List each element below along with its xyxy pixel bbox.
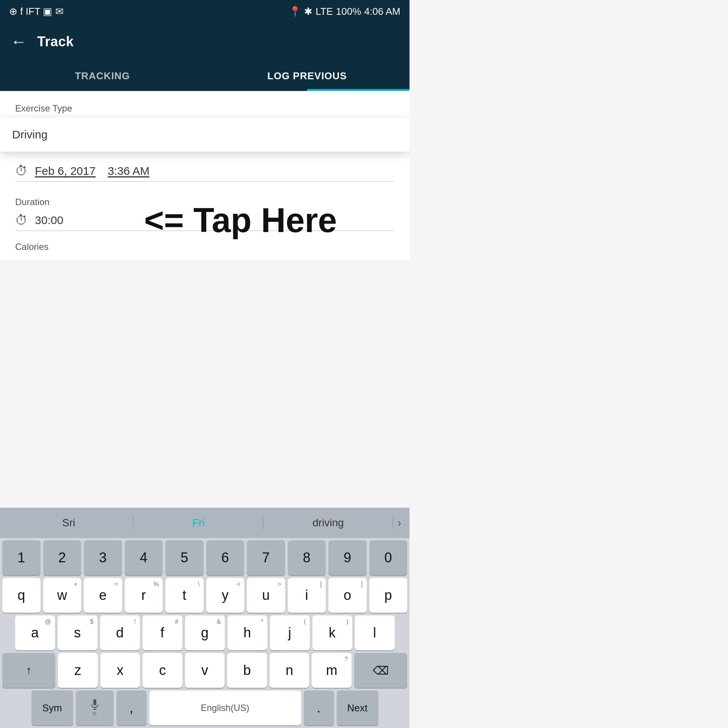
duration-clock-icon: ⏱ (15, 213, 28, 228)
key-q[interactable]: q (2, 578, 41, 613)
key-e[interactable]: e= (84, 578, 122, 613)
battery-icon: 100% (336, 6, 361, 17)
status-bar-right: 📍 ✱ LTE 100% 4:06 AM (289, 6, 400, 17)
date-field[interactable]: Feb 6, 2017 (35, 165, 96, 177)
keyboard-row-asdf: a@ s$ d! f# g& h* j( k) l (2, 615, 407, 650)
key-h[interactable]: h* (228, 615, 267, 650)
key-w[interactable]: w+ (43, 578, 82, 613)
key-2[interactable]: 2 (43, 540, 82, 575)
tab-bar: TRACKING LOG PREVIOUS (0, 61, 410, 91)
key-k[interactable]: k) (312, 615, 352, 650)
key-d[interactable]: d! (100, 615, 140, 650)
key-u[interactable]: u> (247, 578, 285, 613)
location-icon: 📍 (289, 6, 301, 17)
key-mic[interactable]: ⚙ (76, 690, 114, 725)
key-shift[interactable]: ↑ (2, 653, 55, 688)
status-bar: ⊕ f IFT ▣ ✉ 📍 ✱ LTE 100% 4:06 AM (0, 0, 410, 23)
keyboard-suggestion-0[interactable]: Sri (4, 514, 133, 532)
keyboard-suggestions-bar: Sri Fri driving › (0, 508, 410, 538)
key-b[interactable]: b (227, 653, 267, 688)
key-n[interactable]: n (270, 653, 309, 688)
key-6[interactable]: 6 (206, 540, 245, 575)
key-s[interactable]: s$ (58, 615, 97, 650)
keyboard-row-zxcv: ↑ z x c v b n m? ⌫ (2, 653, 407, 688)
key-4[interactable]: 4 (125, 540, 163, 575)
key-o[interactable]: o] (328, 578, 367, 613)
key-r[interactable]: r% (125, 578, 163, 613)
key-1[interactable]: 1 (2, 540, 41, 575)
shift-icon: ↑ (26, 664, 31, 677)
key-3[interactable]: 3 (84, 540, 122, 575)
keyboard-rows: 1 2 3 4 5 6 7 8 9 0 q w+ e= r% t\ y< u> … (0, 538, 410, 725)
calories-label: Calories (15, 242, 394, 252)
key-space[interactable]: English(US) (149, 690, 301, 725)
key-t[interactable]: t\ (165, 578, 204, 613)
duration-label: Duration (15, 197, 394, 207)
key-next[interactable]: Next (337, 690, 378, 725)
svg-rect-0 (93, 699, 96, 705)
back-button[interactable]: ← (11, 33, 27, 51)
key-0[interactable]: 0 (369, 540, 408, 575)
key-7[interactable]: 7 (247, 540, 285, 575)
key-g[interactable]: g& (185, 615, 225, 650)
time-field[interactable]: 3:36 AM (108, 165, 149, 177)
key-c[interactable]: c (143, 653, 182, 688)
app-bar-title: Track (37, 34, 74, 50)
key-8[interactable]: 8 (288, 540, 326, 575)
key-v[interactable]: v (185, 653, 225, 688)
status-bar-left: ⊕ f IFT ▣ ✉ (9, 6, 64, 17)
key-i[interactable]: i[ (288, 578, 326, 613)
key-period[interactable]: . (304, 690, 334, 725)
tab-tracking-label: TRACKING (75, 70, 130, 82)
keyboard-suggestion-2[interactable]: driving (263, 514, 393, 532)
key-9[interactable]: 9 (328, 540, 367, 575)
key-f[interactable]: f# (143, 615, 182, 650)
suggestions-next-arrow[interactable]: › (393, 517, 406, 529)
bluetooth-icon: ✱ (304, 6, 312, 17)
key-backspace[interactable]: ⌫ (354, 653, 407, 688)
key-x[interactable]: x (100, 653, 140, 688)
key-y[interactable]: y< (206, 578, 245, 613)
duration-row: ⏱ 30:00 (15, 213, 394, 231)
backspace-icon: ⌫ (373, 664, 389, 677)
date-row: ⏱ Feb 6, 2017 3:36 AM (15, 163, 394, 182)
keyboard: Sri Fri driving › 1 2 3 4 5 6 7 8 9 0 q … (0, 508, 410, 728)
form-content: Exercise Type 🔍 dri Driving <= Tap Here … (0, 91, 410, 260)
dropdown-suggestion: Driving (0, 118, 410, 152)
notification-icons: ⊕ f IFT ▣ ✉ (9, 6, 64, 17)
key-a[interactable]: a@ (15, 615, 55, 650)
key-m[interactable]: m? (312, 653, 351, 688)
keyboard-row-bottom: Sym ⚙ , English(US) . Next (2, 690, 407, 725)
app-bar: ← Track (0, 23, 410, 61)
mic-icon: ⚙ (90, 699, 99, 717)
keyboard-suggestion-1[interactable]: Fri (133, 514, 263, 532)
duration-field[interactable]: 30:00 (35, 214, 394, 227)
key-comma[interactable]: , (116, 690, 147, 725)
tab-tracking[interactable]: TRACKING (0, 61, 205, 91)
exercise-type-label: Exercise Type (15, 103, 394, 114)
key-5[interactable]: 5 (165, 540, 204, 575)
key-p[interactable]: p (369, 578, 408, 613)
keyboard-row-qwerty: q w+ e= r% t\ y< u> i[ o] p (2, 578, 407, 613)
tab-log-previous-label: LOG PREVIOUS (267, 70, 347, 82)
keyboard-row-numbers: 1 2 3 4 5 6 7 8 9 0 (2, 540, 407, 575)
tab-log-previous[interactable]: LOG PREVIOUS (205, 61, 410, 91)
key-z[interactable]: z (58, 653, 98, 688)
suggestion-driving[interactable]: Driving (0, 118, 410, 152)
key-sym[interactable]: Sym (31, 690, 73, 725)
status-time: 4:06 AM (364, 6, 400, 17)
key-l[interactable]: l (355, 615, 395, 650)
duration-section: Duration ⏱ 30:00 (15, 197, 394, 231)
signal-lte: LTE (315, 6, 333, 17)
date-clock-icon: ⏱ (15, 163, 28, 178)
key-j[interactable]: j( (270, 615, 310, 650)
